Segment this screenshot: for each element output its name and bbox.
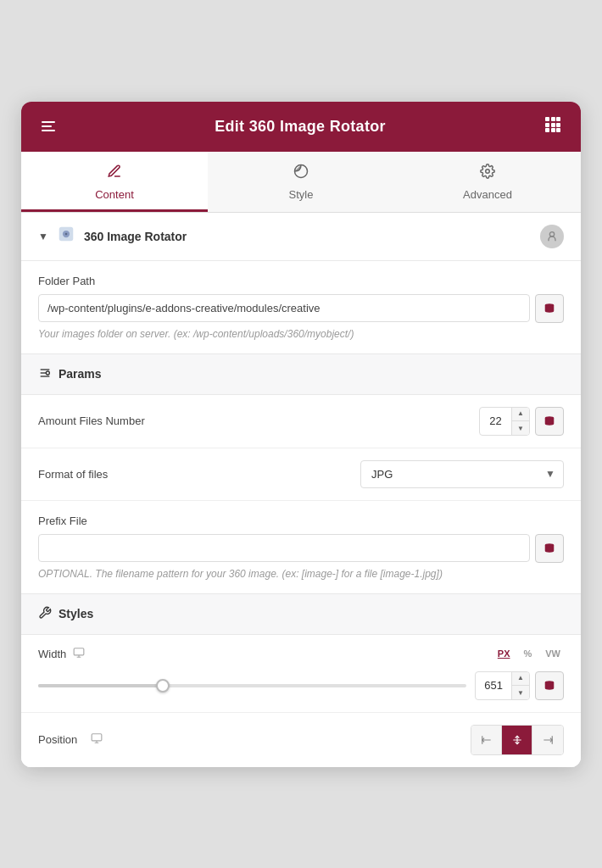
width-value[interactable]: 651 bbox=[476, 672, 512, 699]
svg-rect-7 bbox=[551, 128, 555, 132]
panel-header: Edit 360 Image Rotator bbox=[21, 102, 581, 152]
folder-path-field: Folder Path Your images folder on server… bbox=[21, 261, 581, 354]
styles-section-icon bbox=[38, 606, 52, 622]
svg-point-10 bbox=[486, 169, 490, 173]
folder-path-input-row bbox=[38, 294, 564, 323]
svg-rect-4 bbox=[551, 123, 555, 127]
width-slider-fill bbox=[38, 684, 167, 687]
grid-icon[interactable] bbox=[545, 117, 560, 136]
advanced-tab-icon bbox=[480, 164, 495, 183]
position-label-row: Position bbox=[38, 732, 103, 747]
width-label: Width bbox=[38, 648, 66, 660]
unit-vw[interactable]: VW bbox=[542, 647, 564, 660]
width-spinners: ▲ ▼ bbox=[512, 671, 529, 700]
width-top-row: Width PX % VW bbox=[38, 647, 564, 661]
style-tab-label: Style bbox=[289, 188, 314, 201]
folder-path-label: Folder Path bbox=[38, 275, 564, 287]
panel-title: Edit 360 Image Rotator bbox=[215, 118, 386, 136]
svg-rect-8 bbox=[556, 128, 560, 132]
svg-point-19 bbox=[46, 371, 49, 375]
params-section-header: Params bbox=[21, 354, 581, 395]
unit-px[interactable]: PX bbox=[494, 647, 514, 660]
width-up[interactable]: ▲ bbox=[512, 671, 529, 687]
prefix-file-row bbox=[38, 534, 564, 563]
unit-percent[interactable]: % bbox=[520, 647, 535, 660]
width-slider-thumb[interactable] bbox=[156, 679, 170, 693]
content-tab-label: Content bbox=[95, 188, 134, 201]
width-slider-row: 651 ▲ ▼ bbox=[38, 671, 564, 700]
user-avatar[interactable] bbox=[540, 225, 564, 248]
styles-section-header: Styles bbox=[21, 594, 581, 635]
position-field: Position bbox=[21, 713, 581, 767]
width-input-wrap: 651 ▲ ▼ bbox=[475, 671, 564, 700]
format-label: Format of files bbox=[38, 468, 108, 481]
editor-panel: Edit 360 Image Rotator Content bbox=[21, 102, 581, 767]
width-number-box: 651 ▲ ▼ bbox=[475, 671, 530, 700]
svg-rect-0 bbox=[545, 117, 549, 121]
width-slider-track[interactable] bbox=[38, 684, 466, 687]
folder-path-input[interactable] bbox=[38, 294, 530, 322]
prefix-file-db-icon[interactable] bbox=[535, 534, 564, 563]
widget-title-area: ▼ 360 Image Rotator bbox=[38, 225, 187, 248]
amount-files-label: Amount Files Number bbox=[38, 415, 145, 427]
panel-content: ▼ 360 Image Rotator Folder Path bbox=[21, 213, 581, 767]
format-select[interactable]: JPG PNG GIF WEBP bbox=[360, 460, 564, 488]
tab-style[interactable]: Style bbox=[208, 152, 394, 212]
format-select-wrap: JPG PNG GIF WEBP ▼ bbox=[360, 460, 564, 488]
position-device-icon[interactable] bbox=[91, 732, 103, 747]
amount-files-up[interactable]: ▲ bbox=[512, 407, 529, 422]
tab-advanced[interactable]: Advanced bbox=[394, 152, 581, 212]
menu-icon[interactable] bbox=[42, 121, 55, 131]
svg-rect-22 bbox=[74, 648, 84, 654]
amount-files-field: Amount Files Number 22 ▲ ▼ bbox=[21, 395, 581, 448]
position-btn-group bbox=[471, 725, 564, 755]
amount-files-input-wrap: 22 ▲ ▼ bbox=[479, 407, 564, 436]
format-field: Format of files JPG PNG GIF WEBP ▼ bbox=[21, 448, 581, 501]
amount-files-down[interactable]: ▼ bbox=[512, 421, 529, 436]
position-left-btn[interactable] bbox=[471, 726, 502, 754]
content-tab-icon bbox=[107, 164, 122, 183]
widget-section-header: ▼ 360 Image Rotator bbox=[21, 213, 581, 261]
prefix-file-field: Prefix File OPTIONAL. The filename patte… bbox=[21, 501, 581, 593]
prefix-file-hint: OPTIONAL. The filename pattern for your … bbox=[38, 568, 564, 580]
unit-tabs: PX % VW bbox=[494, 647, 564, 660]
width-down[interactable]: ▼ bbox=[512, 686, 529, 700]
position-center-btn[interactable] bbox=[502, 726, 532, 754]
amount-files-value[interactable]: 22 bbox=[480, 408, 512, 435]
width-label-row: Width bbox=[38, 647, 85, 661]
svg-point-14 bbox=[549, 231, 554, 236]
params-section-title: Params bbox=[59, 367, 102, 381]
amount-files-db-icon[interactable] bbox=[535, 407, 564, 436]
params-icon bbox=[38, 366, 52, 382]
position-right-btn[interactable] bbox=[532, 726, 563, 754]
svg-rect-6 bbox=[545, 128, 549, 132]
styles-section-title: Styles bbox=[59, 607, 93, 620]
collapse-arrow-icon[interactable]: ▼ bbox=[38, 231, 48, 242]
amount-files-number-box: 22 ▲ ▼ bbox=[479, 407, 530, 436]
svg-rect-3 bbox=[545, 123, 549, 127]
tab-content[interactable]: Content bbox=[21, 152, 208, 212]
styles-section: Styles Width PX % bbox=[21, 594, 581, 767]
svg-rect-26 bbox=[92, 734, 102, 741]
tab-bar: Content Style Advanced bbox=[21, 152, 581, 213]
svg-rect-1 bbox=[551, 117, 555, 121]
width-device-icon[interactable] bbox=[73, 647, 85, 661]
style-tab-icon bbox=[293, 164, 309, 183]
amount-files-spinners: ▲ ▼ bbox=[512, 407, 529, 436]
advanced-tab-label: Advanced bbox=[463, 188, 512, 201]
params-section: Params Amount Files Number 22 ▲ ▼ bbox=[21, 354, 581, 594]
widget-section-title: 360 Image Rotator bbox=[84, 230, 187, 243]
folder-path-hint: Your images folder on server. (ex: /wp-c… bbox=[38, 328, 564, 340]
position-label: Position bbox=[38, 733, 77, 746]
width-field: Width PX % VW bbox=[21, 635, 581, 713]
svg-rect-5 bbox=[556, 123, 560, 127]
prefix-file-label: Prefix File bbox=[38, 515, 564, 527]
svg-rect-2 bbox=[556, 117, 560, 121]
width-db-icon[interactable] bbox=[535, 671, 564, 700]
widget-icon bbox=[57, 225, 75, 248]
prefix-file-input[interactable] bbox=[38, 534, 530, 562]
folder-path-db-icon[interactable] bbox=[535, 294, 564, 323]
svg-point-13 bbox=[65, 233, 68, 236]
